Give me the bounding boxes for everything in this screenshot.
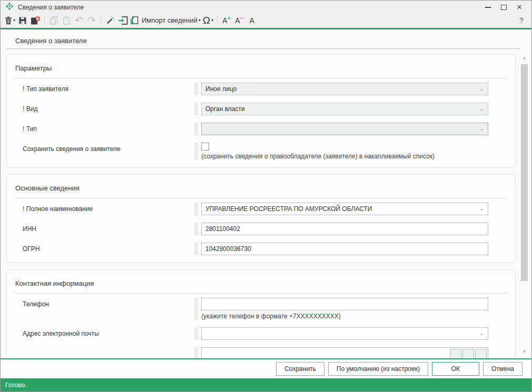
kind-combobox[interactable]: Орган власти ⌄ [201, 103, 488, 115]
chevron-down-icon: ⌄ [479, 205, 484, 212]
type-label: ! Тип [7, 123, 194, 135]
save-icon [18, 16, 27, 25]
inn-input[interactable] [201, 223, 488, 235]
field-indicator-strip [194, 123, 198, 135]
delete-button[interactable]: ▾ [4, 14, 16, 27]
undo-button: ↶ [73, 14, 85, 27]
close-button[interactable]: ✕ [511, 2, 527, 13]
page-title-underline [7, 48, 520, 49]
page-title: Сведения о заявителе [15, 37, 531, 45]
field-row-full-name: ! Полное наименование УПРАВЛЕНИЕ РОСРЕЕС… [7, 203, 515, 215]
special-symbols-button[interactable]: Ω ▾ [202, 14, 214, 27]
delete-caret-icon: ▾ [13, 18, 15, 23]
maximize-icon [501, 5, 507, 10]
import-document-icon [130, 16, 140, 25]
font-reset-button[interactable]: A [245, 14, 258, 27]
copy-button [47, 14, 60, 27]
email-combobox[interactable]: ⌄ [201, 327, 488, 340]
font-increase-button[interactable]: A+ [220, 14, 233, 27]
form-content: Сведения о заявителе Параметры ! Тип зая… [1, 29, 531, 358]
ogrn-input[interactable] [201, 243, 488, 255]
section-contact-title: Контактная информация [15, 279, 507, 288]
section-underline [15, 293, 507, 294]
field-row-phone: Телефон (укажите телефон в формате +7XXX… [7, 298, 515, 320]
toolbar-separator [44, 15, 45, 26]
save-form-button[interactable]: Сохранить [276, 362, 324, 376]
phone-label: Телефон [7, 298, 194, 320]
status-bar: Готово. [1, 378, 531, 391]
kind-value: Орган власти [205, 105, 245, 113]
cancel-button[interactable]: Отмена [483, 362, 523, 376]
omega-icon: Ω [203, 15, 210, 25]
applicant-type-combobox[interactable]: Иное лицо ⌄ [201, 83, 488, 95]
kind-label: ! Вид [7, 103, 194, 115]
save-applicant-hint: (сохранить сведения о правообладателе (з… [201, 153, 488, 160]
undo-icon: ↶ [75, 15, 83, 25]
status-text: Готово. [5, 381, 26, 389]
field-indicator-strip [194, 103, 198, 115]
window-title: Сведения о заявителе [18, 4, 480, 11]
scrollbar-thumb[interactable] [521, 64, 528, 281]
chevron-down-icon: ⌄ [479, 330, 484, 337]
applicant-type-label: ! Тип заявителя [7, 83, 194, 95]
trash-icon [5, 16, 12, 25]
magic-wand-button[interactable] [104, 14, 116, 27]
import-arrow-icon [118, 16, 128, 25]
field-mini-button[interactable] [475, 349, 487, 358]
footer-button-bar: Сохранить По умолчанию (из настроек) ОК … [1, 358, 531, 378]
excel-export-button[interactable] [29, 14, 42, 27]
toolbar-separator [217, 15, 218, 26]
import-data-button[interactable]: Импорт сведений ▾ [129, 14, 202, 27]
section-main-title: Основные сведения [15, 184, 507, 193]
field-row-type: ! Тип ⌄ [7, 123, 515, 135]
minimize-icon [485, 7, 491, 8]
chevron-down-icon: ⌄ [479, 125, 484, 132]
cut-off-input[interactable] [201, 347, 488, 358]
field-indicator-strip [194, 223, 198, 235]
toolbar-separator [101, 15, 101, 26]
redo-icon: ↷ [87, 15, 96, 25]
field-row-kind: ! Вид Орган власти ⌄ [7, 103, 515, 115]
maximize-button[interactable] [496, 2, 511, 13]
field-indicator-strip [194, 143, 198, 160]
help-button[interactable]: ? [515, 16, 528, 25]
scroll-down-icon[interactable]: ▼ [520, 349, 528, 354]
field-row-ogrn: ОГРН [7, 243, 515, 255]
paste-icon [62, 16, 71, 25]
section-params-title: Параметры [15, 64, 507, 73]
ok-button[interactable]: ОК [432, 362, 479, 376]
toolbar: ▾ [1, 14, 531, 28]
email-label: Адрес электронной почты [7, 327, 194, 340]
paste-button [60, 14, 73, 27]
app-target-icon [5, 2, 14, 13]
chevron-down-icon: ⌄ [479, 85, 484, 92]
section-contact: Контактная информация Телефон (укажите т… [6, 269, 516, 358]
full-name-value: УПРАВЛЕНИЕ РОСРЕЕСТРА ПО АМУРСКОЙ ОБЛАСТ… [205, 205, 372, 213]
omega-caret-icon: ▾ [211, 18, 213, 23]
field-row-email: Адрес электронной почты ⌄ [7, 327, 515, 340]
section-underline [15, 78, 507, 78]
titlebar: Сведения о заявителе ✕ [1, 1, 531, 14]
scroll-up-icon[interactable]: ▲ [520, 56, 528, 61]
type-combobox[interactable]: ⌄ [201, 123, 488, 135]
default-settings-button[interactable]: По умолчанию (из настроек) [328, 362, 428, 376]
excel-x-icon [31, 16, 40, 25]
section-underline [15, 198, 507, 198]
font-decrease-button[interactable]: A− [233, 14, 245, 27]
section-main: Основные сведения ! Полное наименование … [6, 174, 516, 263]
import-data-caret-icon: ▾ [199, 18, 201, 23]
field-mini-button[interactable] [462, 349, 474, 358]
close-icon: ✕ [517, 3, 523, 11]
application-window: Сведения о заявителе ✕ ▾ [0, 0, 532, 392]
phone-input[interactable] [201, 298, 488, 310]
full-name-label: ! Полное наименование [7, 203, 194, 215]
save-applicant-checkbox[interactable] [201, 143, 209, 150]
vertical-scrollbar[interactable]: ▲ ▼ [520, 54, 528, 358]
phone-hint: (укажите телефон в формате +7XXXXXXXXXX) [201, 313, 488, 320]
full-name-combobox[interactable]: УПРАВЛЕНИЕ РОСРЕЕСТРА ПО АМУРСКОЙ ОБЛАСТ… [201, 203, 488, 215]
field-mini-button[interactable] [450, 349, 461, 358]
import-box-button[interactable] [116, 14, 129, 27]
font-reset-icon: A [249, 17, 254, 24]
save-button[interactable] [16, 14, 29, 27]
minimize-button[interactable] [480, 2, 496, 13]
